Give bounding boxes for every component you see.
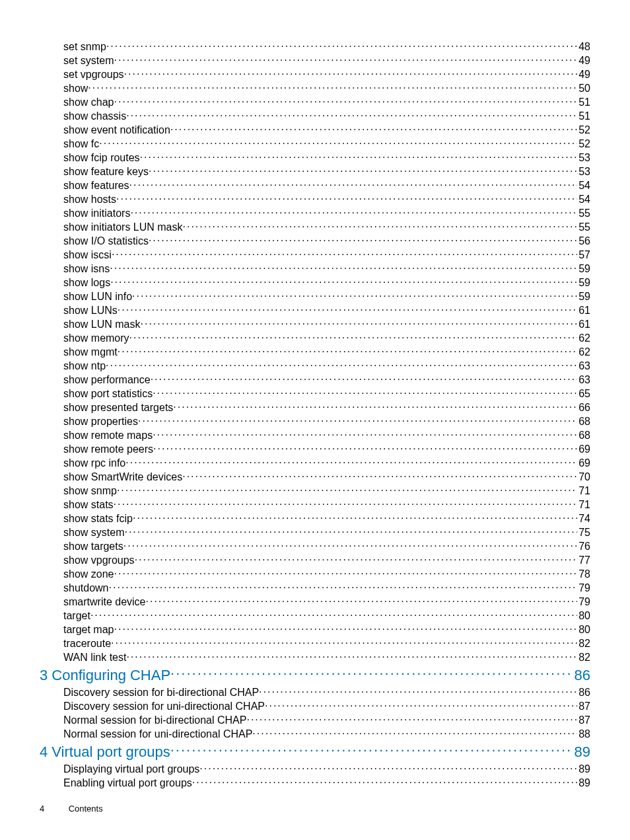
toc-entry[interactable]: show chap51 [40,95,590,109]
toc-entry-title: target map [63,623,114,636]
toc-entry-page: 80 [577,609,590,623]
toc-entry-page: 79 [577,595,590,609]
toc-entry[interactable]: Discovery session for uni-directional CH… [40,699,590,713]
toc-entry[interactable]: show isns59 [40,262,590,276]
toc-entry-page: 53 [577,151,590,165]
toc-leader [112,248,577,258]
toc-entry[interactable]: show stats fcip74 [40,512,590,525]
toc-entry-title: show targets [63,540,123,553]
toc-entry-page: 69 [577,457,590,470]
toc-entry-page: 53 [577,165,590,178]
toc-entry[interactable]: Discovery session for bi-directional CHA… [40,685,590,699]
toc-entry[interactable]: Displaying virtual port groups89 [40,762,590,776]
toc-leader [117,484,577,494]
toc-entry[interactable]: show hosts54 [40,192,590,206]
toc-entry[interactable]: show fcip routes53 [40,151,590,165]
toc-entry[interactable]: WAN link test82 [40,650,590,664]
toc-entry-page: 59 [577,290,590,303]
toc-entry[interactable]: show remote maps68 [40,428,590,442]
toc-entry-title: show LUN info [63,290,132,303]
table-of-contents: set snmp48set system49set vpgroups49show… [40,40,590,790]
toc-entry[interactable]: Normal session for uni-directional CHAP8… [40,727,590,741]
toc-entry[interactable]: show LUN mask61 [40,317,590,331]
toc-entry-page: 65 [577,387,590,401]
toc-entry-title: show snmp [63,484,117,498]
toc-entry[interactable]: show vpgroups77 [40,553,590,567]
toc-leader [133,512,577,522]
toc-leader [118,303,577,314]
toc-entry[interactable]: show LUN info59 [40,289,590,303]
toc-entry-title: show remote maps [63,429,153,442]
toc-entry[interactable]: show LUNs61 [40,303,590,317]
toc-entry-title: set vpgroups [63,68,124,81]
toc-entry[interactable]: show mgmt62 [40,345,590,359]
toc-leader [145,595,577,605]
toc-entry-title: show iscsi [63,248,112,262]
toc-entry[interactable]: show performance63 [40,373,590,387]
toc-entry[interactable]: show system75 [40,525,590,539]
toc-entry[interactable]: show SmartWrite devices70 [40,470,590,484]
toc-entry-page: 49 [577,68,590,81]
toc-entry[interactable]: show50 [40,81,590,95]
toc-entry[interactable]: set vpgroups49 [40,67,590,81]
toc-entry[interactable]: show port statistics65 [40,387,590,401]
toc-entry[interactable]: show features54 [40,178,590,192]
toc-entry[interactable]: set snmp48 [40,40,590,54]
toc-entry-page: 76 [577,540,590,553]
toc-entry-title: show fc [63,137,99,151]
toc-leader [126,109,577,120]
toc-entry[interactable]: show I/O statistics56 [40,234,590,248]
toc-entry-page: 54 [577,193,590,206]
toc-entry[interactable]: show zone78 [40,567,590,581]
toc-entry-page: 71 [577,484,590,498]
toc-entry-page: 78 [577,568,590,581]
toc-entry-title: show LUN mask [63,318,140,331]
toc-entry[interactable]: show chassis51 [40,109,590,123]
toc-entry[interactable]: show rpc info69 [40,456,590,470]
toc-entry[interactable]: show ntp63 [40,359,590,373]
toc-entry-page: 62 [577,346,590,359]
toc-entry[interactable]: show remote peers69 [40,442,590,456]
toc-entry[interactable]: Enabling virtual port groups89 [40,776,590,790]
toc-entry-title: show event notification [63,124,170,137]
toc-entry[interactable]: show memory62 [40,331,590,345]
toc-entry[interactable]: show iscsi57 [40,248,590,262]
toc-entry[interactable]: show initiators LUN mask55 [40,220,590,234]
toc-leader [88,81,577,92]
toc-entry-page: 61 [577,318,590,331]
toc-entry[interactable]: show targets76 [40,539,590,553]
toc-entry[interactable]: show presented targets66 [40,401,590,414]
toc-leader [109,581,578,592]
toc-entry[interactable]: show properties68 [40,414,590,428]
toc-entry[interactable]: show event notification52 [40,123,590,137]
toc-entry-page: 68 [577,429,590,442]
page-number: 4 [40,804,66,814]
toc-entry[interactable]: Normal session for bi-directional CHAP87 [40,713,590,727]
toc-entry-title: Normal session for bi-directional CHAP [63,714,246,727]
toc-entry[interactable]: show logs59 [40,276,590,289]
toc-leader [124,67,578,78]
toc-entry[interactable]: smartwrite device79 [40,595,590,609]
toc-entry-page: 75 [577,526,590,539]
toc-leader [126,650,577,661]
toc-entry[interactable]: 3 Configuring CHAP86 [40,666,590,685]
toc-entry[interactable]: set system49 [40,54,590,67]
page-footer: 4 Contents [40,804,103,814]
toc-entry[interactable]: 4 Virtual port groups89 [40,742,590,762]
toc-entry[interactable]: traceroute82 [40,636,590,650]
toc-leader [106,359,577,369]
toc-leader [110,262,577,272]
toc-leader [114,567,578,578]
toc-entry-title: WAN link test [63,651,126,664]
toc-entry-page: 88 [577,728,590,741]
toc-entry[interactable]: show fc52 [40,137,590,151]
toc-entry[interactable]: show initiators55 [40,206,590,220]
toc-leader [259,685,577,696]
toc-entry[interactable]: show feature keys53 [40,165,590,178]
toc-entry-page: 52 [577,124,590,137]
toc-entry[interactable]: shutdown79 [40,581,590,595]
toc-entry[interactable]: show stats71 [40,498,590,512]
toc-entry[interactable]: target map80 [40,623,590,636]
toc-entry[interactable]: target80 [40,609,590,623]
toc-entry[interactable]: show snmp71 [40,484,590,498]
